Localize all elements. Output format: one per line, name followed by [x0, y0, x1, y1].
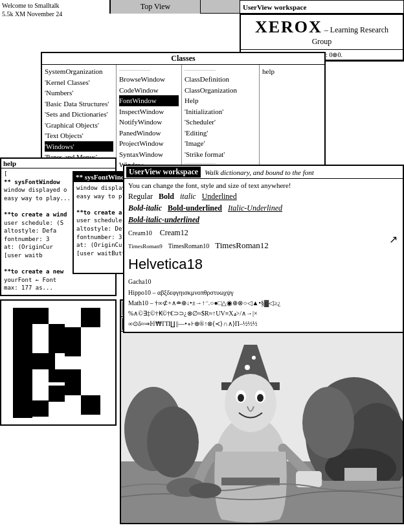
classes-title: Classes: [42, 53, 324, 65]
userview-workspace-body: You can change the font, style and size …: [124, 179, 403, 332]
font-styles-line: Regular Bold italic Underlined: [128, 192, 399, 202]
svg-point-36: [147, 406, 199, 478]
class-item[interactable]: ClassOrganization: [185, 85, 256, 96]
class-item[interactable]: 'Editing': [185, 128, 256, 139]
bigk-content: [1, 301, 115, 424]
class-item[interactable]: SyntaxWindow: [119, 149, 179, 160]
svg-rect-5: [65, 327, 81, 340]
class-item[interactable]: NotifyWindow: [119, 117, 179, 128]
userview-workspace-title: UserView workspace: [126, 167, 201, 178]
font-bold-italic: Bold-italic: [128, 203, 162, 213]
font-styles-line3: Bold-italic-underlined: [128, 215, 399, 225]
xerox-title: XEROX – Learning Research Group: [246, 17, 398, 47]
userview-workspace-window: UserView workspace Walk dictionary, and …: [123, 165, 404, 333]
scroll-indicator: — — — — — —: [119, 66, 179, 74]
font-sample-times: TimesRoman9 TimesRoman10 TimesRoman12: [128, 239, 399, 253]
font-bold: Bold: [159, 192, 174, 201]
font-regular: Regular: [128, 192, 153, 201]
bigk-window: [0, 299, 117, 426]
font-styles-line2: Bold-italic Bold-underlined Italic-Under…: [128, 203, 399, 213]
userview-label[interactable]: UserView workspace: [240, 0, 404, 14]
svg-rect-10: [81, 395, 100, 415]
svg-point-39: [189, 483, 221, 498]
class-item[interactable]: 'Initialization': [185, 106, 256, 117]
top-view-label[interactable]: Top View: [110, 0, 201, 14]
font-sample-hippo: Hippo10 – αβξδεφγηισκμνοπθρστυωχψγ: [128, 288, 399, 298]
class-item[interactable]: InspectWindow: [119, 106, 179, 117]
svg-rect-3: [65, 340, 81, 356]
font-italic: italic: [180, 192, 196, 201]
welcome-line2: 5.5k XM November 24: [2, 10, 62, 17]
svg-point-29: [257, 394, 264, 402]
paint-illustration: [121, 332, 403, 523]
svg-rect-8: [49, 369, 65, 382]
class-item[interactable]: SystemOrganization: [45, 66, 113, 77]
font-italic-underlined: Italic-Underlined: [228, 203, 282, 213]
class-item-windows[interactable]: 'Windows': [45, 141, 113, 152]
svg-point-28: [238, 394, 244, 402]
svg-rect-1: [32, 308, 49, 324]
svg-rect-7: [32, 353, 55, 369]
svg-rect-2: [49, 324, 65, 340]
svg-rect-13: [65, 369, 81, 386]
classes-col3: — — — — — — ClassDefinition ClassOrganiz…: [182, 65, 260, 174]
class-item[interactable]: Help: [185, 95, 256, 106]
class-item[interactable]: BrowseWindow: [119, 74, 179, 85]
class-item[interactable]: CodeWindow: [119, 85, 179, 96]
top-bar: Welcome to Smalltalk 5.5k XM November 24…: [0, 0, 404, 14]
class-item[interactable]: 'Scheduler': [185, 117, 256, 128]
svg-rect-0: [13, 308, 32, 418]
svg-point-37: [302, 387, 354, 458]
svg-point-33: [245, 365, 250, 370]
font-sample-symbols2: ∞⊙δ≈⇒ℍ₩ΓΠ∐||—•∘⊦⊕®↑⊗⟨≺⟩∩∧⟩Π–½½½: [128, 319, 399, 329]
svg-rect-4: [81, 308, 100, 327]
class-item[interactable]: 'Basic Data Structures': [45, 98, 113, 110]
welcome-line1: Welcome to Smalltalk: [2, 1, 107, 10]
class-item[interactable]: 'Kernel Classes': [45, 77, 113, 88]
classes-col2: — — — — — — BrowseWindow CodeWindow Font…: [117, 65, 182, 174]
class-item[interactable]: 'Image': [185, 138, 256, 149]
help-title: help: [1, 159, 115, 168]
class-item[interactable]: 'Numbers': [45, 87, 113, 98]
class-item[interactable]: 'Text Objects': [45, 130, 113, 141]
font-sample-helv: Helvetica18: [128, 253, 399, 275]
svg-rect-12: [49, 386, 65, 402]
font-sample-symbols1: %∧©∃‡©†₭©†€⊃⊃¿⊗∅≈$R≈↑UV≡X₄>/∧→|×: [128, 308, 399, 319]
mouse-cursor: ↗: [389, 233, 398, 246]
class-item-fontwindow[interactable]: FontWindow: [119, 95, 179, 106]
classes-col4: help: [260, 65, 324, 174]
svg-point-34: [252, 356, 256, 360]
xerox-header: XEROX – Learning Research Group: [241, 15, 403, 50]
userview-workspace-subtitle: Walk dictionary, and bound to the font: [201, 168, 314, 176]
welcome-text: Welcome to Smalltalk 5.5k XM November 24: [0, 0, 110, 14]
desktop: Welcome to Smalltalk 5.5k XM November 24…: [0, 0, 404, 532]
bigk-svg: [6, 305, 110, 421]
font-sample-math: Math10 – †∞⊄+∧≐⊕↓•±→↑⁻.○●□△◉⊕⊗○◁▲•§▓◁≥¿: [128, 298, 399, 308]
userview-workspace-titlebar[interactable]: UserView workspace Walk dictionary, and …: [124, 166, 403, 179]
paint-canvas: [121, 332, 403, 523]
class-item-help[interactable]: help: [262, 66, 322, 77]
scroll-indicator: — — — — — —: [185, 66, 256, 74]
font-underlined: Underlined: [202, 192, 237, 201]
class-item[interactable]: PanedWindow: [119, 128, 179, 139]
font-bold-italic-underlined: Bold-italic-underlined: [128, 215, 199, 224]
class-item[interactable]: ClassDefinition: [185, 74, 256, 85]
font-sample-gacha: Gacha10: [128, 275, 399, 288]
userview-line1: You can change the font, style and size …: [128, 181, 399, 189]
svg-rect-11: [32, 400, 49, 417]
font-sample-cream: Cream10 Cream12: [128, 227, 399, 239]
class-item[interactable]: ProjectWindow: [119, 138, 179, 149]
class-item[interactable]: 'Graphical Objects': [45, 120, 113, 131]
svg-point-25: [225, 374, 276, 432]
font-bold-underlined: Bold-underlined: [168, 203, 222, 213]
class-item[interactable]: 'Strike format': [185, 149, 256, 160]
svg-rect-6: [49, 340, 65, 353]
font-samples: Cream10 Cream12 TimesRoman9 TimesRoman10…: [128, 227, 399, 329]
class-item[interactable]: 'Sets and Dictionaries': [45, 109, 113, 120]
